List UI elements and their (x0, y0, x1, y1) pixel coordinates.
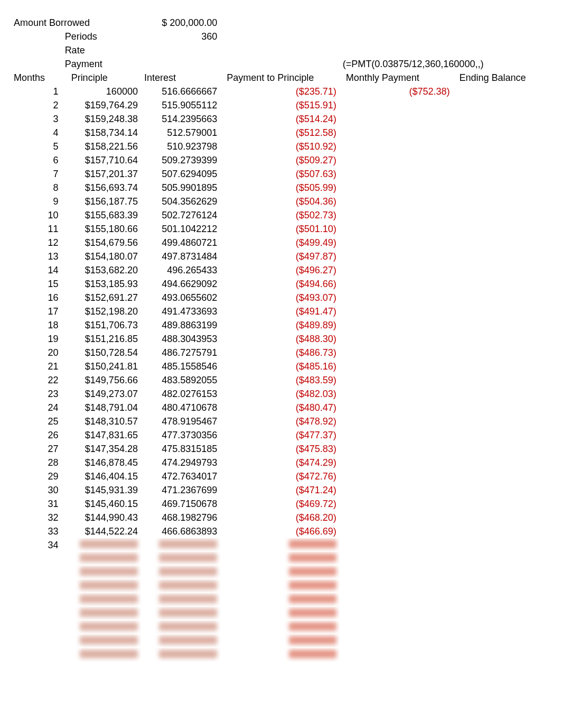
blurred-row (11, 621, 549, 634)
cell-payment-to-principle: ($515.91) (220, 98, 339, 112)
table-row: 10$155,683.39502.7276124($502.73) (11, 208, 549, 222)
cell-monthly-payment (340, 112, 453, 126)
blurred-cell (62, 552, 141, 566)
blurred-cell (141, 566, 220, 579)
blur-placeholder (289, 581, 336, 589)
cell-principle: $149,273.07 (62, 387, 141, 401)
cell-monthly-payment (340, 387, 453, 401)
cell-interest: 515.9055112 (141, 98, 220, 112)
cell-interest: 516.6666667 (141, 85, 220, 98)
cell-principle: $158,221.56 (62, 140, 141, 153)
blur-placeholder (80, 636, 138, 644)
blurred-cell (220, 566, 339, 579)
blurred-cell (220, 538, 339, 552)
cell-monthly-payment (340, 524, 453, 538)
cell-payment-to-principle: ($486.73) (220, 346, 339, 360)
blur-placeholder (80, 554, 138, 562)
cell-ending-balance (453, 456, 549, 469)
cell-payment-to-principle: ($485.16) (220, 360, 339, 373)
table-row: 33$144,522.24466.6863893($466.69) (11, 524, 549, 538)
blurred-row (11, 634, 549, 648)
cell-monthly-payment (340, 497, 453, 511)
blurred-row (11, 566, 549, 579)
table-row: 34 (11, 538, 549, 552)
cell-principle: $148,310.57 (62, 414, 141, 428)
pmt-formula: (=PMT(0.03875/12,360,160000,,) (340, 57, 549, 71)
blur-placeholder (289, 609, 336, 617)
cell-interest: 514.2395663 (141, 112, 220, 126)
table-row: 32$144,990.43468.1982796($468.20) (11, 511, 549, 524)
blurred-cell (220, 648, 339, 662)
cell-interest: 510.923798 (141, 140, 220, 153)
cell-month: 18 (11, 318, 62, 332)
cell-month: 24 (11, 401, 62, 414)
blur-placeholder (159, 609, 217, 617)
cell-ending-balance (453, 181, 549, 195)
cell-ending-balance (453, 208, 549, 222)
cell-monthly-payment (340, 511, 453, 524)
amortization-table: Amount Borrowed $ 200,000.00 Periods 360… (11, 16, 549, 662)
table-row: 20$150,728.54486.7275791($486.73) (11, 346, 549, 360)
cell-ending-balance (453, 222, 549, 236)
cell-month: 12 (11, 236, 62, 250)
cell-principle: $157,201.37 (62, 167, 141, 181)
blurred-cell (141, 552, 220, 566)
cell-ending-balance (453, 250, 549, 263)
blurred-cell (62, 621, 141, 634)
cell-interest: 486.7275791 (141, 346, 220, 360)
table-row: 7$157,201.37507.6294095($507.63) (11, 167, 549, 181)
cell-ending-balance (453, 153, 549, 167)
cell-interest: 496.265433 (141, 263, 220, 277)
cell-month: 3 (11, 112, 62, 126)
cell-month: 8 (11, 181, 62, 195)
blurred-cell (62, 593, 141, 607)
cell-payment-to-principle: ($496.27) (220, 263, 339, 277)
periods-value: 360 (141, 30, 220, 43)
cell-ending-balance (453, 428, 549, 442)
cell-month: 13 (11, 250, 62, 263)
cell-principle: $155,180.66 (62, 222, 141, 236)
cell-payment-to-principle: ($493.07) (220, 291, 339, 305)
cell-principle: $153,682.20 (62, 263, 141, 277)
cell-monthly-payment (340, 140, 453, 153)
blurred-cell (220, 552, 339, 566)
cell-principle: $146,404.15 (62, 469, 141, 483)
cell-ending-balance (453, 497, 549, 511)
table-row: 22$149,756.66483.5892055($483.59) (11, 373, 549, 387)
cell-month: 4 (11, 126, 62, 140)
cell-principle: $152,198.20 (62, 305, 141, 318)
cell-ending-balance (453, 140, 549, 153)
cell-ending-balance (453, 305, 549, 318)
cell-monthly-payment (340, 208, 453, 222)
blurred-cell (141, 607, 220, 621)
table-row: 4$158,734.14512.579001($512.58) (11, 126, 549, 140)
table-row: 28$146,878.45474.2949793($474.29) (11, 456, 549, 469)
cell-ending-balance (453, 469, 549, 483)
cell-principle: $150,728.54 (62, 346, 141, 360)
cell-interest: 509.2739399 (141, 153, 220, 167)
blurred-cell (220, 579, 339, 593)
cell-month: 1 (11, 85, 62, 98)
blur-placeholder (80, 595, 138, 603)
cell-month: 28 (11, 456, 62, 469)
cell-payment-to-principle: ($478.92) (220, 414, 339, 428)
cell-principle: $156,187.75 (62, 195, 141, 208)
cell-ending-balance (453, 483, 549, 497)
cell-ending-balance (453, 414, 549, 428)
cell-ending-balance (453, 263, 549, 277)
cell-monthly-payment (340, 428, 453, 442)
blurred-row (11, 648, 549, 662)
cell-monthly-payment (340, 305, 453, 318)
cell-month: 22 (11, 373, 62, 387)
blur-placeholder (159, 636, 217, 644)
col-months: Months (11, 71, 62, 85)
blurred-cell (220, 634, 339, 648)
periods-label: Periods (62, 30, 141, 43)
cell-payment-to-principle: ($472.76) (220, 469, 339, 483)
cell-ending-balance (453, 360, 549, 373)
cell-monthly-payment (340, 414, 453, 428)
cell-payment-to-principle: ($482.03) (220, 387, 339, 401)
col-principle: Principle (62, 71, 141, 85)
blurred-cell (141, 538, 220, 552)
cell-payment-to-principle: ($468.20) (220, 511, 339, 524)
